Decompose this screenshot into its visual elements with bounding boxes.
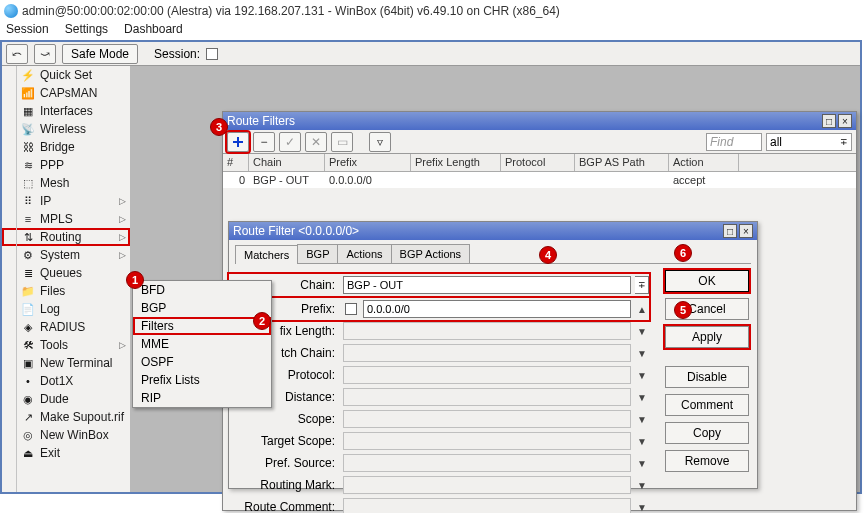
submenu-arrow-icon: ▷ bbox=[119, 214, 126, 224]
col-prefixlen[interactable]: Prefix Length bbox=[411, 154, 501, 171]
sidebar-icon: ◎ bbox=[20, 427, 36, 443]
prefix-invert-checkbox[interactable] bbox=[345, 303, 357, 315]
submenu-item-bgp[interactable]: BGP bbox=[133, 299, 271, 317]
sidebar-item-new-terminal[interactable]: ▣New Terminal bbox=[2, 354, 130, 372]
sidebar-item-new-winbox[interactable]: ◎New WinBox bbox=[2, 426, 130, 444]
matchchain-field[interactable] bbox=[343, 344, 631, 362]
badge-4: 4 bbox=[539, 246, 557, 264]
submenu-item-rip[interactable]: RIP bbox=[133, 389, 271, 407]
remove-button[interactable]: − bbox=[253, 132, 275, 152]
sidebar-icon: 🛠 bbox=[20, 337, 36, 353]
sidebar-item-bridge[interactable]: ⛓Bridge bbox=[2, 138, 130, 156]
ok-button[interactable]: OK bbox=[665, 270, 749, 292]
table-row[interactable]: 0 BGP - OUT 0.0.0.0/0 accept bbox=[223, 172, 856, 188]
sidebar-item-ip[interactable]: ⠿IP▷ bbox=[2, 192, 130, 210]
distance-field[interactable] bbox=[343, 388, 631, 406]
sidebar-item-log[interactable]: 📄Log bbox=[2, 300, 130, 318]
sidebar-icon: ⚡ bbox=[20, 67, 36, 83]
chain-dropdown-icon[interactable]: ∓ bbox=[635, 276, 649, 294]
sidebar-icon: ◈ bbox=[20, 319, 36, 335]
collapse-icon[interactable]: ▲ bbox=[635, 300, 649, 318]
badge-1: 1 bbox=[126, 271, 144, 289]
disable-icon[interactable]: ✕ bbox=[305, 132, 327, 152]
remove-button[interactable]: Remove bbox=[665, 450, 749, 472]
safe-mode-button[interactable]: Safe Mode bbox=[62, 44, 138, 64]
sidebar-item-routing[interactable]: ⇅Routing▷ bbox=[2, 228, 130, 246]
col-action[interactable]: Action bbox=[669, 154, 739, 171]
prefsource-field[interactable] bbox=[343, 454, 631, 472]
sidebar-icon: ≋ bbox=[20, 157, 36, 173]
add-button[interactable] bbox=[227, 132, 249, 152]
col-num[interactable]: # bbox=[223, 154, 249, 171]
sidebar-icon: 📄 bbox=[20, 301, 36, 317]
menu-dashboard[interactable]: Dashboard bbox=[124, 22, 183, 40]
app-icon bbox=[4, 4, 18, 18]
sidebar-icon: ⬚ bbox=[20, 175, 36, 191]
close-icon[interactable]: × bbox=[838, 114, 852, 128]
sidebar-item-radius[interactable]: ◈RADIUS bbox=[2, 318, 130, 336]
submenu-item-prefix-lists[interactable]: Prefix Lists bbox=[133, 371, 271, 389]
badge-2: 2 bbox=[253, 312, 271, 330]
submenu-item-filters[interactable]: Filters bbox=[133, 317, 271, 335]
apply-button[interactable]: Apply bbox=[665, 326, 749, 348]
sidebar-item-dude[interactable]: ◉Dude bbox=[2, 390, 130, 408]
tab-matchers[interactable]: Matchers bbox=[235, 245, 298, 264]
disable-button[interactable]: Disable bbox=[665, 366, 749, 388]
sidebar-item-files[interactable]: 📁Files bbox=[2, 282, 130, 300]
sidebar-icon: • bbox=[20, 373, 36, 389]
submenu-item-ospf[interactable]: OSPF bbox=[133, 353, 271, 371]
maximize-icon[interactable]: □ bbox=[822, 114, 836, 128]
sidebar-item-queues[interactable]: ≣Queues bbox=[2, 264, 130, 282]
routingmark-field[interactable] bbox=[343, 476, 631, 494]
sidebar-item-exit[interactable]: ⏏Exit bbox=[2, 444, 130, 462]
chain-field[interactable]: BGP - OUT bbox=[343, 276, 631, 294]
sidebar-icon: ≣ bbox=[20, 265, 36, 281]
targetscope-field[interactable] bbox=[343, 432, 631, 450]
sidebar-item-system[interactable]: ⚙System▷ bbox=[2, 246, 130, 264]
sidebar-item-mesh[interactable]: ⬚Mesh bbox=[2, 174, 130, 192]
tab-actions[interactable]: Actions bbox=[337, 244, 391, 263]
routecomment-field[interactable] bbox=[343, 498, 631, 513]
session-checkbox[interactable] bbox=[206, 48, 218, 60]
tab-bgp[interactable]: BGP bbox=[297, 244, 338, 263]
routing-submenu: BFDBGPFiltersMMEOSPFPrefix ListsRIP bbox=[132, 280, 272, 408]
filter-all-dropdown[interactable]: all∓ bbox=[766, 133, 852, 151]
sidebar-item-dot1x[interactable]: •Dot1X bbox=[2, 372, 130, 390]
sidebar-item-quick-set[interactable]: ⚡Quick Set bbox=[2, 66, 130, 84]
submenu-arrow-icon: ▷ bbox=[119, 250, 126, 260]
prefixlen-field[interactable] bbox=[343, 322, 631, 340]
sidebar-item-mpls[interactable]: ≡MPLS▷ bbox=[2, 210, 130, 228]
sidebar-item-capsman[interactable]: 📶CAPsMAN bbox=[2, 84, 130, 102]
sidebar-item-tools[interactable]: 🛠Tools▷ bbox=[2, 336, 130, 354]
route-filter-edit-title: Route Filter <0.0.0.0/0> bbox=[233, 224, 359, 238]
sidebar-item-interfaces[interactable]: ▦Interfaces bbox=[2, 102, 130, 120]
undo-icon[interactable]: ⤺ bbox=[6, 44, 28, 64]
sidebar-item-ppp[interactable]: ≋PPP bbox=[2, 156, 130, 174]
menu-session[interactable]: Session bbox=[6, 22, 49, 40]
submenu-item-bfd[interactable]: BFD bbox=[133, 281, 271, 299]
tab-bgp-actions[interactable]: BGP Actions bbox=[391, 244, 471, 263]
expand-icon[interactable]: ▼ bbox=[635, 322, 649, 340]
maximize-icon[interactable]: □ bbox=[723, 224, 737, 238]
scope-field[interactable] bbox=[343, 410, 631, 428]
col-prefix[interactable]: Prefix bbox=[325, 154, 411, 171]
sidebar-icon: ↗ bbox=[20, 409, 36, 425]
submenu-item-mme[interactable]: MME bbox=[133, 335, 271, 353]
find-input[interactable]: Find bbox=[706, 133, 762, 151]
prefix-field[interactable]: 0.0.0.0/0 bbox=[363, 300, 631, 318]
sidebar-item-make-supout.rif[interactable]: ↗Make Supout.rif bbox=[2, 408, 130, 426]
filter-icon[interactable]: ▿ bbox=[369, 132, 391, 152]
close-icon[interactable]: × bbox=[739, 224, 753, 238]
enable-icon[interactable]: ✓ bbox=[279, 132, 301, 152]
col-aspath[interactable]: BGP AS Path bbox=[575, 154, 669, 171]
comment-button[interactable]: Comment bbox=[665, 394, 749, 416]
comment-icon[interactable]: ▭ bbox=[331, 132, 353, 152]
col-chain[interactable]: Chain bbox=[249, 154, 325, 171]
redo-icon[interactable]: ⤻ bbox=[34, 44, 56, 64]
copy-button[interactable]: Copy bbox=[665, 422, 749, 444]
sidebar-icon: 📁 bbox=[20, 283, 36, 299]
protocol-field[interactable] bbox=[343, 366, 631, 384]
col-protocol[interactable]: Protocol bbox=[501, 154, 575, 171]
menu-settings[interactable]: Settings bbox=[65, 22, 108, 40]
sidebar-item-wireless[interactable]: 📡Wireless bbox=[2, 120, 130, 138]
